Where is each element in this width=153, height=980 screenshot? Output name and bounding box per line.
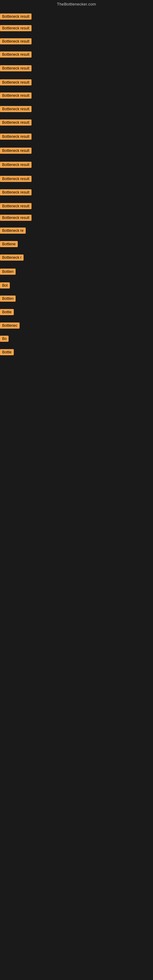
bottleneck-badge-row-24: Bottlenec	[0, 323, 19, 330]
bottleneck-badge-row-8: Bottleneck result	[0, 106, 32, 113]
bottleneck-badge-10[interactable]: Bottleneck result	[0, 134, 32, 140]
bottleneck-badge-15[interactable]: Bottleneck result	[0, 203, 32, 209]
bottleneck-badge-row-15: Bottleneck result	[0, 203, 32, 210]
bottleneck-badge-23[interactable]: Bottle	[0, 309, 14, 315]
bottleneck-badge-18[interactable]: Bottlene	[0, 241, 18, 247]
bottleneck-badge-row-1: Bottleneck result	[0, 13, 32, 21]
bottleneck-badge-6[interactable]: Bottleneck result	[0, 79, 32, 86]
bottleneck-badge-22[interactable]: Bottlen	[0, 296, 16, 302]
bottleneck-badge-11[interactable]: Bottleneck result	[0, 148, 32, 154]
bottleneck-badge-row-12: Bottleneck result	[0, 162, 32, 169]
site-title: TheBottlenecker.com	[0, 0, 153, 8]
bottleneck-badge-row-5: Bottleneck result	[0, 65, 32, 73]
bottleneck-badge-14[interactable]: Bottleneck result	[0, 189, 32, 196]
bottleneck-badge-row-3: Bottleneck result	[0, 38, 32, 46]
bottleneck-badge-8[interactable]: Bottleneck result	[0, 106, 32, 112]
bottleneck-badge-9[interactable]: Bottleneck result	[0, 119, 32, 126]
bottleneck-badge-5[interactable]: Bottleneck result	[0, 65, 32, 72]
bottleneck-badge-row-9: Bottleneck result	[0, 119, 32, 127]
bottleneck-badge-row-22: Bottlen	[0, 296, 16, 303]
bottleneck-badge-16[interactable]: Bottleneck result	[0, 215, 32, 221]
bottleneck-badge-25[interactable]: Bo	[0, 336, 9, 342]
bottleneck-badge-row-19: Bottleneck r	[0, 255, 24, 262]
bottleneck-badge-row-13: Bottleneck result	[0, 176, 32, 183]
bottleneck-badge-20[interactable]: Bottlen	[0, 269, 16, 275]
bottleneck-badge-row-23: Bottle	[0, 309, 14, 317]
bottleneck-badge-row-10: Bottleneck result	[0, 134, 32, 141]
bottleneck-badge-row-16: Bottleneck result	[0, 215, 32, 222]
bottleneck-badge-row-18: Bottlene	[0, 241, 18, 248]
bottleneck-badge-21[interactable]: Bot	[0, 282, 10, 288]
bottleneck-badge-row-11: Bottleneck result	[0, 148, 32, 155]
bottleneck-badge-24[interactable]: Bottlenec	[0, 323, 19, 329]
bottleneck-badge-row-6: Bottleneck result	[0, 79, 32, 87]
bottleneck-badge-3[interactable]: Bottleneck result	[0, 38, 32, 45]
bottleneck-badge-row-21: Bot	[0, 282, 10, 290]
bottleneck-badge-12[interactable]: Bottleneck result	[0, 162, 32, 168]
bottleneck-badge-row-25: Bo	[0, 336, 9, 343]
bottleneck-badge-13[interactable]: Bottleneck result	[0, 176, 32, 182]
bottleneck-badge-row-14: Bottleneck result	[0, 189, 32, 197]
bottleneck-badge-7[interactable]: Bottleneck result	[0, 92, 32, 99]
bottleneck-badge-19[interactable]: Bottleneck r	[0, 255, 24, 261]
bottleneck-badge-row-4: Bottleneck result	[0, 51, 32, 59]
bottleneck-badge-row-26: Bottle	[0, 349, 14, 356]
bottleneck-badge-4[interactable]: Bottleneck result	[0, 51, 32, 57]
bottleneck-badge-2[interactable]: Bottleneck result	[0, 25, 32, 31]
bottleneck-badge-17[interactable]: Bottleneck re	[0, 228, 26, 234]
bottleneck-badge-row-2: Bottleneck result	[0, 25, 32, 32]
bottleneck-badge-row-17: Bottleneck re	[0, 228, 26, 235]
bottleneck-badge-26[interactable]: Bottle	[0, 349, 14, 355]
bottleneck-badge-1[interactable]: Bottleneck result	[0, 13, 32, 20]
bottleneck-badge-row-20: Bottlen	[0, 269, 16, 276]
bottleneck-badge-row-7: Bottleneck result	[0, 92, 32, 100]
